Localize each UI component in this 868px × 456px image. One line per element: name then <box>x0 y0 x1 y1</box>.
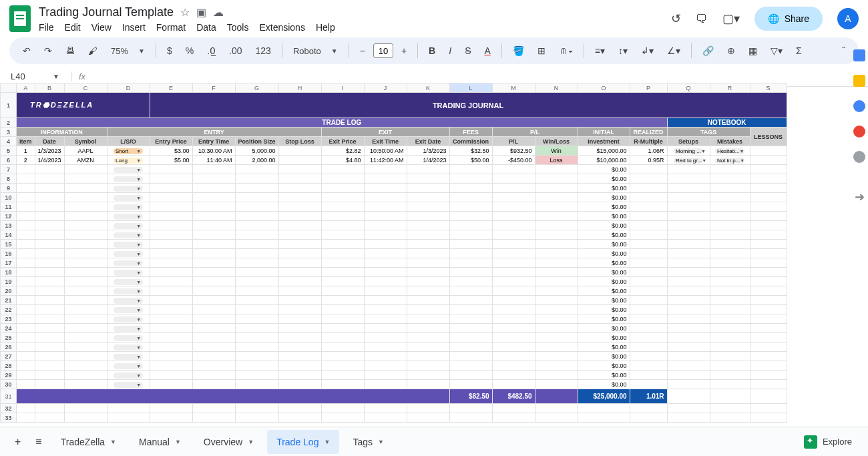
col-header[interactable]: G <box>235 83 278 93</box>
lso-chip[interactable]: ▼ <box>114 214 143 220</box>
addons-icon[interactable]: ➜ <box>855 190 865 204</box>
explore-button[interactable]: Explore <box>804 435 859 449</box>
cloud-icon[interactable]: ☁ <box>213 6 224 19</box>
fontsize-dec[interactable]: − <box>355 41 371 60</box>
lso-chip[interactable]: ▼ <box>114 279 143 285</box>
valign-button[interactable]: ↕▾ <box>613 41 633 60</box>
col-header[interactable]: B <box>35 83 64 93</box>
decrease-decimal-button[interactable]: .0̲ <box>202 41 221 60</box>
col-header[interactable]: A <box>17 83 35 93</box>
menu-help[interactable]: Help <box>316 22 335 33</box>
menu-data[interactable]: Data <box>196 22 216 33</box>
percent-button[interactable]: % <box>180 41 199 60</box>
lso-chip[interactable]: ▼ <box>114 345 143 351</box>
tasks-icon[interactable] <box>853 100 865 112</box>
tab-tags[interactable]: Tags▼ <box>343 430 393 454</box>
share-button[interactable]: 🌐 Share <box>754 7 823 31</box>
lso-chip[interactable]: ▼ <box>114 242 143 248</box>
lso-chip[interactable]: ▼ <box>114 326 143 332</box>
lso-chip[interactable]: ▼ <box>114 382 143 388</box>
cell-reference[interactable]: L40 <box>5 71 45 81</box>
textcolor-button[interactable]: A <box>479 41 495 60</box>
col-header[interactable]: R <box>710 83 750 93</box>
col-header[interactable]: J <box>364 83 407 93</box>
fontsize-inc[interactable]: + <box>396 41 412 60</box>
font-select[interactable]: Roboto▼ <box>288 42 343 60</box>
insert-chart-button[interactable]: ▦ <box>743 41 763 60</box>
lso-chip[interactable]: ▼ <box>114 223 143 229</box>
lso-chip[interactable]: ▼ <box>114 232 143 238</box>
keep-icon[interactable] <box>853 75 865 87</box>
col-header[interactable]: E <box>150 83 192 93</box>
col-header[interactable]: Q <box>667 83 710 93</box>
lso-chip[interactable]: ▼ <box>114 298 143 304</box>
functions-button[interactable]: Σ <box>791 41 807 60</box>
col-header[interactable]: I <box>321 83 364 93</box>
col-header[interactable]: H <box>278 83 321 93</box>
add-sheet-button[interactable]: + <box>9 431 26 453</box>
lso-chip[interactable]: ▼ <box>114 354 143 360</box>
sheets-app-icon[interactable] <box>9 5 31 32</box>
comment-icon[interactable]: 🗨 <box>696 12 708 26</box>
doc-title[interactable]: Trading Journal Template <box>39 5 174 19</box>
lso-chip[interactable]: ▼ <box>114 204 143 210</box>
tab-tradezella[interactable]: TradeZella▼ <box>51 430 126 454</box>
redo-button[interactable]: ↷ <box>39 41 57 60</box>
maps-icon[interactable] <box>853 151 865 163</box>
setup-chip[interactable]: Red to gr...▼ <box>674 158 703 164</box>
menu-tools[interactable]: Tools <box>227 22 249 33</box>
namebox-chevron-icon[interactable]: ▼ <box>53 73 59 80</box>
contacts-icon[interactable] <box>853 126 865 138</box>
lso-chip[interactable]: ▼ <box>114 195 143 201</box>
paint-format-button[interactable]: 🖌 <box>83 41 103 60</box>
merge-button[interactable]: ⫙▾ <box>554 41 578 60</box>
tab-overview[interactable]: Overview▼ <box>194 430 263 454</box>
spreadsheet-grid[interactable]: ABCDEFGHIJKLMNOPQRS1TR⬣DΞZELLATRADING JO… <box>0 83 787 423</box>
borders-button[interactable]: ⊞ <box>532 41 551 60</box>
halign-button[interactable]: ≡▾ <box>590 41 610 60</box>
menu-extensions[interactable]: Extensions <box>259 22 304 33</box>
col-header[interactable]: K <box>407 83 449 93</box>
tab-trade-log[interactable]: Trade Log▼ <box>267 430 339 454</box>
lso-chip[interactable]: ▼ <box>114 251 143 257</box>
lso-chip[interactable]: ▼ <box>114 373 143 379</box>
lso-chip[interactable]: Short▼ <box>114 148 143 154</box>
lso-chip[interactable]: ▼ <box>114 167 143 173</box>
col-header[interactable]: N <box>535 83 578 93</box>
link-button[interactable]: 🔗 <box>697 41 719 60</box>
lso-chip[interactable]: ▼ <box>114 260 143 266</box>
menu-edit[interactable]: Edit <box>65 22 81 33</box>
avatar[interactable]: A <box>837 8 859 29</box>
calendar-icon[interactable] <box>853 49 865 61</box>
col-header[interactable]: C <box>64 83 107 93</box>
setup-chip[interactable]: Morning ...▼ <box>674 148 703 154</box>
menu-format[interactable]: Format <box>156 22 186 33</box>
collapse-toolbar-button[interactable]: ˆ <box>837 41 851 60</box>
rotate-button[interactable]: ∠▾ <box>662 41 686 60</box>
all-sheets-button[interactable]: ≡ <box>30 431 47 453</box>
bold-button[interactable]: B <box>423 41 441 60</box>
lso-chip[interactable]: ▼ <box>114 186 143 192</box>
col-header[interactable]: S <box>750 83 787 93</box>
formula-bar[interactable] <box>91 71 863 81</box>
menu-file[interactable]: File <box>39 22 54 33</box>
zoom-select[interactable]: 75%▼ <box>105 42 150 60</box>
print-button[interactable]: 🖶 <box>60 41 80 60</box>
col-header[interactable]: P <box>630 83 667 93</box>
col-header[interactable]: L <box>449 83 492 93</box>
increase-decimal-button[interactable]: .00 <box>224 41 247 60</box>
lso-chip[interactable]: ▼ <box>114 176 143 182</box>
col-header[interactable]: O <box>578 83 630 93</box>
move-icon[interactable]: ▣ <box>196 6 206 19</box>
insert-comment-button[interactable]: ⊕ <box>722 41 740 60</box>
undo-button[interactable]: ↶ <box>17 41 36 60</box>
more-formats-button[interactable]: 123 <box>250 41 276 60</box>
lso-chip[interactable]: ▼ <box>114 288 143 294</box>
col-header[interactable]: D <box>107 83 150 93</box>
tab-manual[interactable]: Manual▼ <box>130 430 190 454</box>
mistake-chip[interactable]: Hesitati...▼ <box>715 148 744 154</box>
col-header[interactable]: M <box>492 83 535 93</box>
wrap-button[interactable]: ↲▾ <box>636 41 659 60</box>
meet-icon[interactable]: ▢▾ <box>722 11 740 26</box>
lso-chip[interactable]: ▼ <box>114 316 143 322</box>
